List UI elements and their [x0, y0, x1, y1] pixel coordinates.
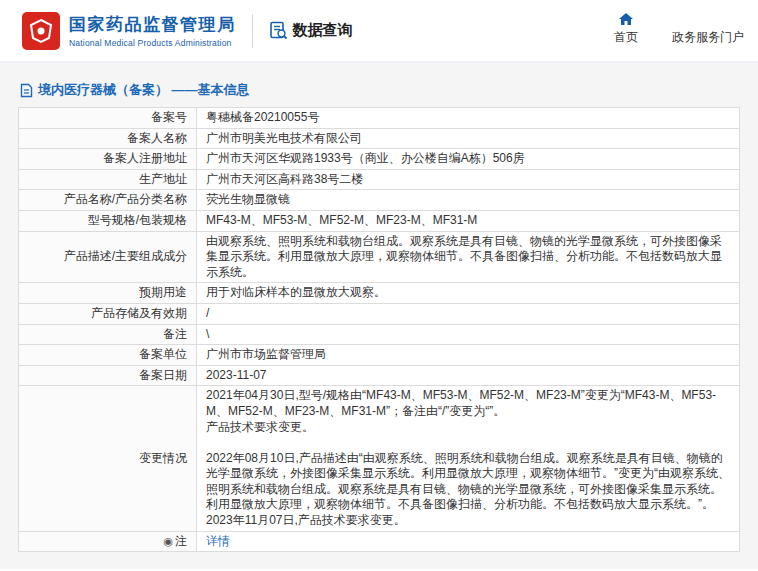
header-divider [252, 14, 253, 48]
table-row: ◉注 详情 [19, 531, 740, 552]
data-query-tab[interactable]: 数据查询 [269, 21, 353, 40]
row-value: 由观察系统、照明系统和载物台组成。观察系统是具有目镜、物镜的光学显微系统，可外接… [197, 231, 740, 283]
row-label: 备案号 [19, 108, 197, 129]
row-label: 产品描述/主要组成成分 [19, 231, 197, 283]
note-label: 注 [175, 534, 187, 548]
row-value: 粤穗械备20210055号 [197, 108, 740, 129]
row-value: 荧光生物显微镜 [197, 190, 740, 211]
row-value: \ [197, 324, 740, 345]
page-title-text: 境内医疗器械（备案） ——基本信息 [38, 81, 250, 99]
table-row: 备案单位 广州市市场监督管理局 [19, 345, 740, 366]
page-icon [20, 83, 33, 98]
main-content: 境内医疗器械（备案） ——基本信息 备案号 粤穗械备20210055号 备案人名… [0, 63, 758, 569]
row-label: ◉注 [19, 531, 197, 552]
row-label: 产品存储及有效期 [19, 303, 197, 324]
table-row: 备案号 粤穗械备20210055号 [19, 108, 740, 129]
data-query-icon [269, 21, 288, 40]
org-name-cn: 国家药品监督管理局 [69, 13, 236, 36]
row-value: 2023-11-07 [197, 365, 740, 386]
nmpa-logo-icon [22, 12, 60, 50]
row-label: 预期用途 [19, 283, 197, 304]
row-value: 广州市明美光电技术有限公司 [197, 128, 740, 149]
org-name-en: National Medical Products Administration [69, 38, 236, 48]
table-row: 产品描述/主要组成成分 由观察系统、照明系统和载物台组成。观察系统是具有目镜、物… [19, 231, 740, 283]
table-row: 产品存储及有效期 / [19, 303, 740, 324]
row-value: 用于对临床样本的显微放大观察。 [197, 283, 740, 304]
row-value: 广州市天河区高科路38号二楼 [197, 169, 740, 190]
nav-portal-label: 政务服务门户 [672, 29, 744, 46]
row-label: 产品名称/产品分类名称 [19, 190, 197, 211]
table-row: 变更情况 2021年04月30日,型号/规格由“MF43-M、MF53-M、MF… [19, 386, 740, 531]
data-query-label: 数据查询 [293, 21, 353, 40]
table-row: 备案人注册地址 广州市天河区华观路1933号（商业、办公楼自编A栋）506房 [19, 149, 740, 170]
note-icon: ◉ [163, 535, 173, 547]
row-value: 详情 [197, 531, 740, 552]
header-nav: 首页 政务服务门户 [580, 12, 744, 50]
row-label: 生产地址 [19, 169, 197, 190]
nav-portal[interactable]: 政务服务门户 [672, 29, 744, 46]
row-label: 型号规格/包装规格 [19, 210, 197, 231]
row-value-changes: 2021年04月30日,型号/规格由“MF43-M、MF53-M、MF52-M、… [197, 386, 740, 531]
details-link[interactable]: 详情 [206, 534, 230, 548]
record-table: 备案号 粤穗械备20210055号 备案人名称 广州市明美光电技术有限公司 备案… [18, 107, 740, 552]
row-label: 备注 [19, 324, 197, 345]
row-label: 备案单位 [19, 345, 197, 366]
table-row: 备案人名称 广州市明美光电技术有限公司 [19, 128, 740, 149]
brand: 国家药品监督管理局 National Medical Products Admi… [22, 12, 236, 50]
row-label: 备案人名称 [19, 128, 197, 149]
table-row: 产品名称/产品分类名称 荧光生物显微镜 [19, 190, 740, 211]
page-title: 境内医疗器械（备案） ——基本信息 [18, 75, 740, 107]
row-value: 广州市市场监督管理局 [197, 345, 740, 366]
table-row: 备案日期 2023-11-07 [19, 365, 740, 386]
table-row: 生产地址 广州市天河区高科路38号二楼 [19, 169, 740, 190]
row-label: 备案人注册地址 [19, 149, 197, 170]
row-value: / [197, 303, 740, 324]
table-row: 备注 \ [19, 324, 740, 345]
header: 国家药品监督管理局 National Medical Products Admi… [0, 0, 758, 63]
table-row: 预期用途 用于对临床样本的显微放大观察。 [19, 283, 740, 304]
home-icon [618, 12, 634, 26]
row-label: 变更情况 [19, 386, 197, 531]
table-row: 型号规格/包装规格 MF43-M、MF53-M、MF52-M、MF23-M、MF… [19, 210, 740, 231]
row-value: 广州市天河区华观路1933号（商业、办公楼自编A栋）506房 [197, 149, 740, 170]
nav-home-label: 首页 [614, 29, 638, 46]
row-label: 备案日期 [19, 365, 197, 386]
row-value: MF43-M、MF53-M、MF52-M、MF23-M、MF31-M [197, 210, 740, 231]
nav-home[interactable]: 首页 [614, 12, 638, 46]
